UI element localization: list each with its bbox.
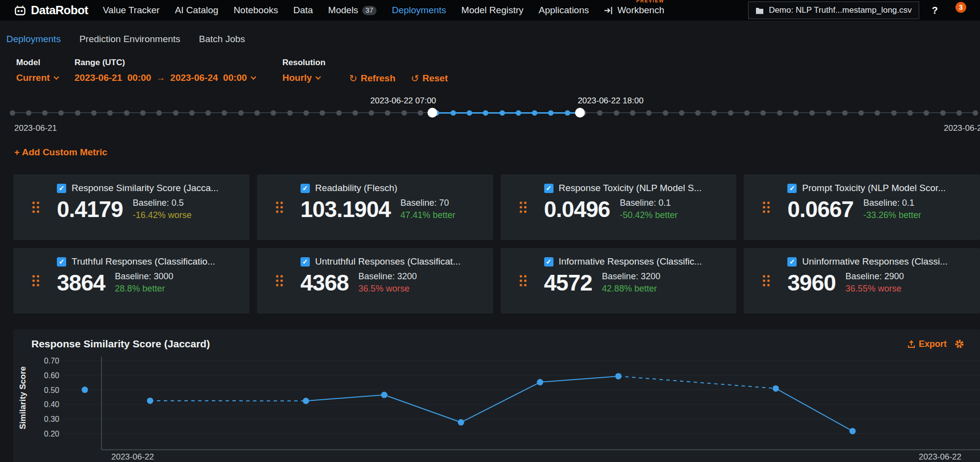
timeline-tick-dot[interactable] (75, 110, 80, 116)
metric-checkbox[interactable]: ✓ (787, 257, 797, 267)
chart-point[interactable] (82, 387, 88, 393)
timeline-tick-dot[interactable] (793, 110, 799, 116)
timeline-tick-dot[interactable] (744, 110, 750, 116)
timeline-tick-dot[interactable] (287, 110, 293, 116)
chart-point[interactable] (381, 392, 387, 398)
timeline-tick-dot[interactable] (10, 110, 15, 116)
timeline-tick-dot[interactable] (303, 110, 309, 116)
timeline-tick-dot[interactable] (336, 110, 342, 116)
timeline-tick-dot[interactable] (646, 110, 652, 116)
drag-handle-icon[interactable] (276, 202, 283, 213)
timeline-track[interactable] (0, 107, 980, 119)
chart-settings-button[interactable] (955, 339, 964, 349)
metric-checkbox[interactable]: ✓ (301, 257, 310, 267)
timeline-tick-dot[interactable] (924, 110, 929, 116)
model-dropdown[interactable]: Current (16, 73, 58, 83)
timeline-tick-dot[interactable] (173, 110, 178, 116)
notification-badge[interactable]: 3 (955, 2, 966, 13)
timeline-tick-dot[interactable] (205, 110, 211, 116)
resolution-dropdown[interactable]: Hourly (282, 73, 320, 83)
timeline-tick-dot[interactable] (695, 110, 701, 116)
timeline-tick-dot[interactable] (385, 110, 390, 116)
timeline-tick-dot[interactable] (402, 110, 407, 116)
refresh-button[interactable]: ↻ Refresh (349, 73, 396, 84)
timeline-tick-dot[interactable] (467, 110, 472, 116)
nav-item-data[interactable]: Data (293, 5, 313, 16)
chart-point[interactable] (773, 385, 779, 391)
timeline-tick-dot[interactable] (238, 110, 244, 116)
chart-point[interactable] (615, 373, 622, 379)
timeline-tick-dot[interactable] (728, 110, 733, 116)
timeline-tick-dot[interactable] (956, 110, 962, 116)
metric-checkbox[interactable]: ✓ (57, 257, 66, 267)
timeline-tick-dot[interactable] (254, 110, 260, 116)
timeline-tick-dot[interactable] (26, 110, 31, 116)
drag-handle-icon[interactable] (520, 275, 527, 287)
nav-item-workbench[interactable]: PREVIEWWorkbench (604, 5, 664, 16)
nav-item-applications[interactable]: Applications (539, 5, 589, 16)
chart-point[interactable] (303, 398, 309, 404)
timeline-tick-dot[interactable] (140, 110, 146, 116)
timeline-tick-dot[interactable] (973, 110, 978, 116)
tab-deployments[interactable]: Deployments (6, 34, 61, 45)
reset-button[interactable]: ↺ Reset (411, 73, 448, 84)
drag-handle-icon[interactable] (763, 275, 770, 287)
drag-handle-icon[interactable] (520, 202, 527, 213)
timeline-tick-dot[interactable] (156, 110, 162, 116)
timeline-tick-dot[interactable] (777, 110, 782, 116)
timeline-tick-dot[interactable] (809, 110, 815, 116)
drag-handle-icon[interactable] (763, 202, 770, 213)
timeline-tick-dot[interactable] (483, 110, 488, 116)
timeline-handle-left[interactable] (427, 108, 437, 118)
timeline-tick-dot[interactable] (663, 110, 668, 116)
timeline-tick-dot[interactable] (500, 110, 505, 116)
tab-prediction-environments[interactable]: Prediction Environments (79, 34, 180, 45)
nav-item-deployments[interactable]: Deployments (392, 5, 446, 16)
timeline-tick-dot[interactable] (826, 110, 831, 116)
chart-point[interactable] (537, 379, 543, 386)
drag-handle-icon[interactable] (32, 202, 39, 213)
help-icon[interactable]: ? (932, 5, 938, 16)
timeline-tick-dot[interactable] (858, 110, 864, 116)
timeline-tick-dot[interactable] (124, 110, 129, 116)
timeline-tick-dot[interactable] (58, 110, 64, 116)
nav-item-ai-catalog[interactable]: AI Catalog (175, 5, 219, 16)
timeline-tick-dot[interactable] (940, 110, 946, 116)
timeline-tick-dot[interactable] (222, 110, 227, 116)
timeline-tick-dot[interactable] (451, 110, 456, 116)
timeline-tick-dot[interactable] (597, 110, 603, 116)
timeline-tick-dot[interactable] (42, 110, 48, 116)
timeline-tick-dot[interactable] (875, 110, 880, 116)
timeline-tick-dot[interactable] (107, 110, 113, 116)
metric-checkbox[interactable]: ✓ (544, 257, 553, 267)
drag-handle-icon[interactable] (32, 275, 39, 287)
timeline-tick-dot[interactable] (679, 110, 684, 116)
tab-batch-jobs[interactable]: Batch Jobs (199, 34, 245, 45)
range-dropdown[interactable]: 2023-06-21 00:00 → 2023-06-24 00:00 (75, 73, 255, 83)
metric-checkbox[interactable]: ✓ (787, 184, 797, 193)
timeline-tick-dot[interactable] (760, 110, 766, 116)
timeline-tick-dot[interactable] (630, 110, 635, 116)
timeline-tick-dot[interactable] (891, 110, 897, 116)
metric-checkbox[interactable]: ✓ (57, 184, 66, 193)
timeline-tick-dot[interactable] (320, 110, 325, 116)
timeline-tick-dot[interactable] (548, 110, 553, 116)
timeline-tick-dot[interactable] (711, 110, 717, 116)
timeline-tick-dot[interactable] (418, 110, 423, 116)
timeline-handle-right[interactable] (575, 108, 585, 118)
chart-point[interactable] (458, 419, 464, 426)
timeline-tick-dot[interactable] (907, 110, 913, 116)
timeline-tick-dot[interactable] (532, 110, 537, 116)
timeline-tick-dot[interactable] (565, 110, 570, 116)
timeline-tick-dot[interactable] (842, 110, 848, 116)
add-custom-metric-button[interactable]: + Add Custom Metric (14, 147, 107, 158)
timeline-tick-dot[interactable] (614, 110, 619, 116)
drag-handle-icon[interactable] (276, 275, 283, 287)
nav-item-notebooks[interactable]: Notebooks (233, 5, 278, 16)
timeline-tick-dot[interactable] (271, 110, 276, 116)
nav-item-models[interactable]: Models37 (328, 5, 377, 16)
metric-checkbox[interactable]: ✓ (544, 184, 553, 193)
timeline-tick-dot[interactable] (189, 110, 195, 116)
chart-point[interactable] (850, 428, 856, 434)
timeline-tick-dot[interactable] (91, 110, 97, 116)
